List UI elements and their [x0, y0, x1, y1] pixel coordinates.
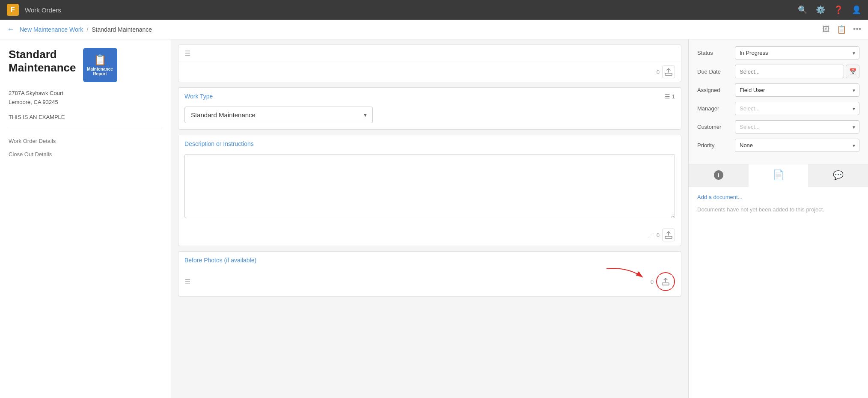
center-content: ☰ 0 Work Type ☰ 1	[171, 39, 688, 398]
right-tabs: i 📄 💬	[689, 164, 868, 187]
manager-select-wrapper: Select...	[735, 102, 859, 115]
before-photos-label: Before Photos (if available)	[184, 257, 256, 264]
top-card: ☰ 0	[178, 45, 681, 82]
field-row-due-date: Due Date 📅	[697, 65, 859, 78]
assigned-select[interactable]: Field User Admin User	[735, 83, 859, 97]
tab-content-documents: Add a document... Documents have not yet…	[689, 187, 868, 398]
description-textarea[interactable]	[184, 154, 675, 218]
breadcrumb-parent[interactable]: New Maintenance Work	[20, 26, 83, 33]
list-view-icon[interactable]: 📋	[837, 25, 846, 34]
image-view-icon[interactable]: 🖼	[822, 25, 830, 34]
tab-info[interactable]: i	[689, 164, 749, 187]
upload-icon	[661, 277, 670, 286]
priority-label: Priority	[697, 142, 731, 149]
breadcrumb: ← New Maintenance Work / Standard Mainte…	[0, 20, 868, 39]
asset-title: StandardMaintenance	[9, 48, 76, 74]
sidebar-item-close-out-details[interactable]: Close Out Details	[9, 148, 162, 161]
work-type-label: Work Type	[184, 93, 213, 100]
upload-icon	[664, 68, 673, 76]
asset-header: StandardMaintenance 📋 Maintenance Report	[9, 48, 162, 82]
back-button[interactable]: ←	[7, 25, 15, 34]
work-type-badge-count: 1	[672, 93, 675, 100]
due-date-input[interactable]	[735, 65, 844, 78]
resize-icon: ⋰	[648, 232, 654, 238]
settings-icon[interactable]: ⚙️	[816, 5, 825, 15]
add-document-link[interactable]: Add a document...	[697, 194, 859, 200]
top-nav: F Work Orders 🔍 ⚙️ ❓ 👤	[0, 0, 868, 20]
document-icon: 📄	[773, 169, 784, 181]
app-logo: F	[7, 4, 19, 16]
sidebar-divider	[9, 129, 162, 129]
app-title: Work Orders	[25, 6, 792, 14]
photos-upload-button[interactable]	[659, 275, 672, 288]
description-body	[178, 151, 681, 226]
work-type-select-wrapper: Standard Maintenance Emergency Maintenan…	[184, 107, 373, 123]
assigned-label: Assigned	[697, 87, 731, 93]
description-card: Description or Instructions ⋰ 0	[178, 135, 681, 246]
description-upload-count: 0	[657, 232, 660, 238]
top-card-upload-count: 0	[657, 69, 660, 75]
user-icon[interactable]: 👤	[852, 5, 861, 15]
main-layout: StandardMaintenance 📋 Maintenance Report…	[0, 39, 868, 398]
photos-list-icon: ☰	[184, 278, 190, 286]
work-type-badge: ☰ 1	[665, 93, 675, 100]
customer-label: Customer	[697, 124, 731, 130]
top-card-upload-button[interactable]	[662, 65, 675, 78]
breadcrumb-current: Standard Maintenance	[92, 26, 152, 33]
top-card-bar: ☰	[178, 45, 681, 62]
top-card-list-icon: ☰	[184, 49, 190, 57]
due-date-label: Due Date	[697, 68, 731, 75]
help-icon[interactable]: ❓	[834, 5, 843, 15]
field-row-customer: Customer Select...	[697, 120, 859, 134]
status-select-wrapper: In Progress Open Completed Cancelled	[735, 46, 859, 59]
customer-select-wrapper: Select...	[735, 120, 859, 134]
asset-title-block: StandardMaintenance	[9, 48, 76, 74]
field-row-assigned: Assigned Field User Admin User	[697, 83, 859, 97]
top-nav-icons: 🔍 ⚙️ ❓ 👤	[798, 5, 861, 15]
top-card-upload-row: 0	[178, 62, 681, 82]
priority-select[interactable]: None Low Medium High Critical	[735, 139, 859, 152]
description-upload-button[interactable]	[662, 229, 675, 241]
manager-select[interactable]: Select...	[735, 102, 859, 115]
asset-thumbnail: 📋 Maintenance Report	[83, 48, 117, 82]
comment-icon: 💬	[833, 170, 844, 180]
description-footer: ⋰ 0	[178, 226, 681, 246]
thumbnail-top-label: Maintenance	[87, 67, 113, 71]
customer-select[interactable]: Select...	[735, 120, 859, 134]
asset-address: 2787A Skyhawk Court Lemoore, CA 93245	[9, 89, 162, 107]
description-header: Description or Instructions	[178, 135, 681, 151]
before-photos-body: ☰ 0	[178, 267, 681, 296]
list-icon: ☰	[665, 93, 670, 100]
work-type-select[interactable]: Standard Maintenance Emergency Maintenan…	[184, 107, 373, 123]
address-line2: Lemoore, CA 93245	[9, 98, 162, 107]
more-options-icon[interactable]: •••	[853, 25, 861, 34]
assigned-select-wrapper: Field User Admin User	[735, 83, 859, 97]
photos-upload-circle	[656, 272, 675, 291]
svg-rect-3	[662, 283, 669, 285]
address-line1: 2787A Skyhawk Court	[9, 89, 162, 98]
no-docs-message: Documents have not yet been added to thi…	[697, 206, 859, 213]
svg-rect-1	[665, 236, 672, 238]
manager-label: Manager	[697, 105, 731, 112]
status-select[interactable]: In Progress Open Completed Cancelled	[735, 46, 859, 59]
status-label: Status	[697, 50, 731, 56]
field-row-status: Status In Progress Open Completed Cancel…	[697, 46, 859, 59]
upload-icon	[664, 231, 673, 239]
photos-upload-wrapper: 0	[651, 272, 675, 291]
search-icon[interactable]: 🔍	[798, 5, 807, 15]
sidebar-item-work-order-details[interactable]: Work Order Details	[9, 134, 162, 148]
calendar-button[interactable]: 📅	[846, 65, 859, 78]
before-photos-card: Before Photos (if available) ☰ 0	[178, 251, 681, 297]
tab-comment[interactable]: 💬	[808, 164, 868, 187]
svg-rect-0	[665, 73, 672, 75]
field-row-manager: Manager Select...	[697, 102, 859, 115]
breadcrumb-separator: /	[86, 26, 88, 33]
tab-document[interactable]: 📄	[749, 164, 809, 187]
asset-tag: THIS IS AN EXAMPLE	[9, 114, 162, 120]
breadcrumb-right-actions: 🖼 📋 •••	[822, 25, 861, 34]
work-type-card: Work Type ☰ 1 Standard Maintenance Emerg…	[178, 87, 681, 130]
photos-upload-circle-wrapper	[656, 272, 675, 291]
description-label: Description or Instructions	[184, 140, 254, 147]
work-type-body: Standard Maintenance Emergency Maintenan…	[178, 103, 681, 129]
thumbnail-bottom-label: Report	[93, 71, 107, 76]
